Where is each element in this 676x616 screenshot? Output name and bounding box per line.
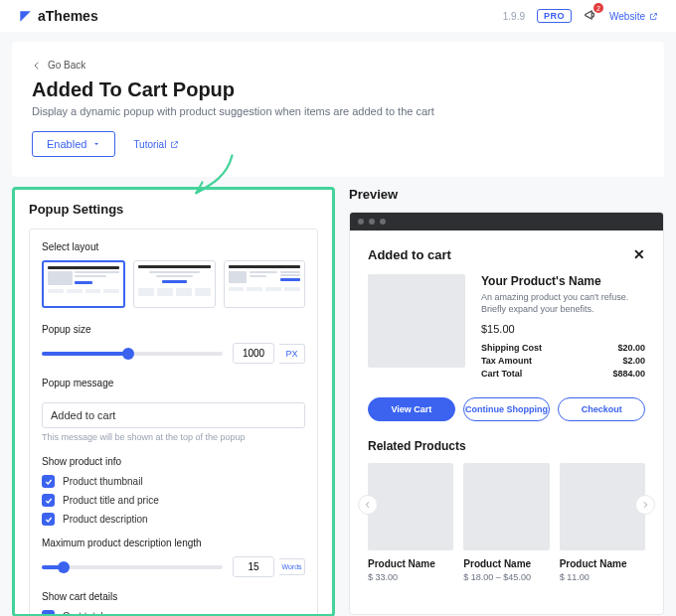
topbar: aThemes 1.9.9 PRO 2 Website xyxy=(0,0,676,32)
checkout-button[interactable]: Checkout xyxy=(558,397,645,421)
layout-option-1[interactable] xyxy=(42,260,125,308)
brand-icon xyxy=(18,9,32,23)
related-name: Product Name xyxy=(560,558,645,569)
enabled-dropdown-label: Enabled xyxy=(47,138,86,150)
announcement-icon[interactable]: 2 xyxy=(584,8,597,24)
website-link[interactable]: Website xyxy=(609,11,658,22)
settings-body: Select layout xyxy=(29,229,318,616)
related-thumbnail xyxy=(560,463,645,550)
checkbox-icon xyxy=(42,513,55,526)
check-product-thumbnail[interactable]: Product thumbnail xyxy=(42,475,305,488)
layout-option-3[interactable] xyxy=(224,260,305,308)
related-name: Product Name xyxy=(463,558,549,569)
go-back-link[interactable]: Go Back xyxy=(32,60,644,71)
settings-heading: Popup Settings xyxy=(29,202,318,217)
max-desc-input[interactable] xyxy=(233,556,274,577)
page-subtitle: Display a dynamic popup with product sug… xyxy=(32,105,644,117)
window-dot-icon xyxy=(380,219,386,225)
product-description: An amazing product you can't refuse. Bri… xyxy=(481,292,645,315)
check-product-title-price[interactable]: Product title and price xyxy=(42,494,305,507)
website-link-label: Website xyxy=(609,11,645,22)
atc-header: Added to cart ✕ xyxy=(368,246,645,262)
related-price: $ 18.00 – $45.00 xyxy=(463,572,549,582)
cost-label: Shipping Cost xyxy=(481,343,542,353)
select-layout-label: Select layout xyxy=(42,241,305,252)
cost-row-shipping: Shipping Cost$20.00 xyxy=(481,343,645,353)
check-cart-total[interactable]: Cart total xyxy=(42,610,305,616)
show-cart-details-label: Show cart details xyxy=(42,591,305,602)
popup-size-slider[interactable] xyxy=(42,352,223,356)
max-desc-slider[interactable] xyxy=(42,565,223,569)
enabled-dropdown[interactable]: Enabled xyxy=(32,131,115,157)
layout-option-2[interactable] xyxy=(133,260,215,308)
page-header-card: Go Back Added To Cart Popup Display a dy… xyxy=(12,42,664,177)
topbar-right: 1.9.9 PRO 2 Website xyxy=(503,8,658,24)
layout-options xyxy=(42,260,305,308)
max-desc-unit: Words xyxy=(279,558,305,575)
product-info: Your Product's Name An amazing product y… xyxy=(481,274,645,382)
external-link-icon xyxy=(170,140,179,149)
product-thumbnail xyxy=(368,274,465,368)
preview-column: Preview Added to cart ✕ Your Product's N… xyxy=(349,187,664,616)
notification-count-badge: 2 xyxy=(593,3,603,13)
settings-column: Popup Settings Select layout xyxy=(12,187,335,616)
page-title: Added To Cart Popup xyxy=(32,78,644,101)
check-label: Product thumbnail xyxy=(63,476,143,487)
cost-value: $20.00 xyxy=(617,343,645,353)
related-card-2[interactable]: Product Name $ 18.00 – $45.00 xyxy=(463,463,549,582)
popup-size-label: Popup size xyxy=(42,324,305,335)
tutorial-link[interactable]: Tutorial xyxy=(133,139,179,150)
check-product-description[interactable]: Product description xyxy=(42,513,305,526)
cost-row-tax: Tax Amount$2.00 xyxy=(481,356,645,366)
window-dot-icon xyxy=(369,219,375,225)
cost-row-total: Cart Total$884.00 xyxy=(481,369,645,379)
slider-thumb[interactable] xyxy=(122,348,134,360)
popup-buttons: View Cart Continue Shopping Checkout xyxy=(368,397,645,421)
arrow-left-icon xyxy=(32,61,42,71)
popup-settings-panel: Popup Settings Select layout xyxy=(12,187,335,616)
go-back-label: Go Back xyxy=(48,60,85,71)
version-text: 1.9.9 xyxy=(503,11,525,22)
max-desc-slider-row: Words xyxy=(42,556,305,577)
checkbox-icon xyxy=(42,610,55,616)
related-products-row: Product Name $ 33.00 Product Name $ 18.0… xyxy=(368,463,645,582)
pro-badge: PRO xyxy=(537,9,572,23)
related-card-3[interactable]: Product Name $ 11.00 xyxy=(560,463,645,582)
brand: aThemes xyxy=(18,8,98,24)
show-product-info-label: Show product info xyxy=(42,456,305,467)
carousel-next-button[interactable] xyxy=(635,495,655,515)
check-label: Cart total xyxy=(63,611,103,616)
brand-name: aThemes xyxy=(38,8,98,24)
chevron-right-icon xyxy=(641,501,649,509)
window-titlebar xyxy=(350,213,663,231)
check-label: Product description xyxy=(63,514,148,525)
preview-window: Added to cart ✕ Your Product's Name An a… xyxy=(349,212,664,615)
related-card-1[interactable]: Product Name $ 33.00 xyxy=(368,463,453,582)
continue-shopping-button[interactable]: Continue Shopping xyxy=(463,397,551,421)
slider-thumb[interactable] xyxy=(58,561,70,573)
page-actions: Enabled Tutorial xyxy=(32,131,644,157)
close-icon[interactable]: ✕ xyxy=(633,246,645,262)
checkbox-icon xyxy=(42,475,55,488)
check-label: Product title and price xyxy=(63,495,159,506)
chevron-down-icon xyxy=(92,140,100,148)
view-cart-button[interactable]: View Cart xyxy=(368,397,455,421)
related-price: $ 33.00 xyxy=(368,572,453,582)
tutorial-link-label: Tutorial xyxy=(133,139,166,150)
popup-size-unit: PX xyxy=(279,344,305,364)
window-dot-icon xyxy=(358,219,364,225)
related-price: $ 11.00 xyxy=(560,572,645,582)
cost-label: Tax Amount xyxy=(481,356,532,366)
content-columns: Popup Settings Select layout xyxy=(0,187,676,616)
atc-title: Added to cart xyxy=(368,247,451,262)
product-name: Your Product's Name xyxy=(481,274,645,288)
checkbox-icon xyxy=(42,494,55,507)
related-name: Product Name xyxy=(368,558,453,569)
popup-size-slider-row: PX xyxy=(42,343,305,364)
chevron-left-icon xyxy=(364,501,372,509)
popup-message-input[interactable] xyxy=(42,402,305,428)
related-thumbnail xyxy=(463,463,549,550)
popup-size-input[interactable] xyxy=(233,343,274,364)
max-desc-label: Maximum product description length xyxy=(42,538,305,548)
preview-heading: Preview xyxy=(349,187,664,202)
